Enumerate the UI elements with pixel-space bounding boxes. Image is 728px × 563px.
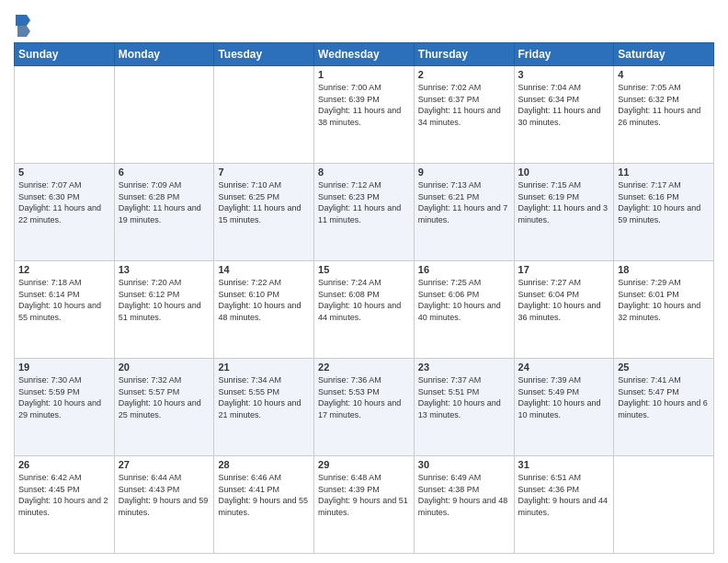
day-info: Sunrise: 7:24 AMSunset: 6:08 PMDaylight:… (318, 277, 410, 323)
day-number: 31 (518, 459, 610, 470)
calendar-cell: 28Sunrise: 6:46 AMSunset: 4:41 PMDayligh… (214, 456, 314, 554)
calendar-cell: 6Sunrise: 7:09 AMSunset: 6:28 PMDaylight… (114, 164, 214, 261)
day-number: 3 (518, 69, 610, 80)
col-header-friday: Friday (514, 43, 614, 66)
calendar-week-1: 1Sunrise: 7:00 AMSunset: 6:39 PMDaylight… (15, 66, 714, 164)
day-info: Sunrise: 7:37 AMSunset: 5:51 PMDaylight:… (418, 374, 510, 420)
day-info: Sunrise: 6:42 AMSunset: 4:45 PMDaylight:… (18, 472, 110, 518)
day-info: Sunrise: 7:30 AMSunset: 5:59 PMDaylight:… (18, 374, 110, 420)
calendar-week-5: 26Sunrise: 6:42 AMSunset: 4:45 PMDayligh… (15, 456, 714, 554)
page: SundayMondayTuesdayWednesdayThursdayFrid… (0, 0, 728, 563)
day-info: Sunrise: 7:04 AMSunset: 6:34 PMDaylight:… (518, 82, 610, 128)
calendar-cell: 1Sunrise: 7:00 AMSunset: 6:39 PMDaylight… (314, 66, 415, 164)
calendar-cell (214, 66, 314, 164)
day-info: Sunrise: 7:29 AMSunset: 6:01 PMDaylight:… (618, 277, 710, 323)
day-number: 28 (218, 459, 310, 470)
calendar-cell: 14Sunrise: 7:22 AMSunset: 6:10 PMDayligh… (214, 261, 314, 359)
calendar-cell: 31Sunrise: 6:51 AMSunset: 4:36 PMDayligh… (514, 456, 614, 554)
day-info: Sunrise: 7:10 AMSunset: 6:25 PMDaylight:… (218, 179, 310, 225)
day-number: 5 (18, 167, 110, 178)
logo-icon (14, 13, 32, 37)
svg-marker-0 (16, 15, 30, 26)
calendar-cell: 21Sunrise: 7:34 AMSunset: 5:55 PMDayligh… (214, 359, 314, 456)
day-info: Sunrise: 7:07 AMSunset: 6:30 PMDaylight:… (18, 179, 110, 225)
day-info: Sunrise: 7:32 AMSunset: 5:57 PMDaylight:… (119, 374, 210, 420)
day-info: Sunrise: 7:02 AMSunset: 6:37 PMDaylight:… (418, 82, 510, 128)
calendar-cell: 2Sunrise: 7:02 AMSunset: 6:37 PMDaylight… (414, 66, 514, 164)
calendar-cell: 8Sunrise: 7:12 AMSunset: 6:23 PMDaylight… (314, 164, 415, 261)
day-number: 11 (618, 167, 710, 178)
calendar-cell: 20Sunrise: 7:32 AMSunset: 5:57 PMDayligh… (114, 359, 214, 456)
calendar-week-2: 5Sunrise: 7:07 AMSunset: 6:30 PMDaylight… (15, 164, 714, 261)
day-info: Sunrise: 7:39 AMSunset: 5:49 PMDaylight:… (518, 374, 610, 420)
calendar-cell: 5Sunrise: 7:07 AMSunset: 6:30 PMDaylight… (15, 164, 115, 261)
calendar-cell: 13Sunrise: 7:20 AMSunset: 6:12 PMDayligh… (114, 261, 214, 359)
day-number: 20 (119, 362, 210, 373)
day-number: 22 (318, 362, 410, 373)
calendar-cell (614, 456, 714, 554)
day-info: Sunrise: 7:20 AMSunset: 6:12 PMDaylight:… (119, 277, 210, 323)
calendar-cell: 9Sunrise: 7:13 AMSunset: 6:21 PMDaylight… (414, 164, 514, 261)
day-number: 9 (418, 167, 510, 178)
day-number: 10 (518, 167, 610, 178)
day-number: 6 (119, 167, 210, 178)
day-info: Sunrise: 7:15 AMSunset: 6:19 PMDaylight:… (518, 179, 610, 225)
col-header-wednesday: Wednesday (314, 43, 415, 66)
day-info: Sunrise: 7:41 AMSunset: 5:47 PMDaylight:… (618, 374, 710, 420)
day-number: 14 (218, 264, 310, 275)
col-header-thursday: Thursday (414, 43, 514, 66)
calendar-cell: 27Sunrise: 6:44 AMSunset: 4:43 PMDayligh… (114, 456, 214, 554)
calendar-week-3: 12Sunrise: 7:18 AMSunset: 6:14 PMDayligh… (15, 261, 714, 359)
day-number: 24 (518, 362, 610, 373)
calendar-cell: 3Sunrise: 7:04 AMSunset: 6:34 PMDaylight… (514, 66, 614, 164)
calendar-cell: 30Sunrise: 6:49 AMSunset: 4:38 PMDayligh… (414, 456, 514, 554)
day-info: Sunrise: 6:44 AMSunset: 4:43 PMDaylight:… (119, 472, 210, 518)
day-info: Sunrise: 6:51 AMSunset: 4:36 PMDaylight:… (518, 472, 610, 518)
day-number: 1 (318, 69, 410, 80)
calendar-cell: 17Sunrise: 7:27 AMSunset: 6:04 PMDayligh… (514, 261, 614, 359)
calendar-week-4: 19Sunrise: 7:30 AMSunset: 5:59 PMDayligh… (15, 359, 714, 456)
day-info: Sunrise: 7:34 AMSunset: 5:55 PMDaylight:… (218, 374, 310, 420)
calendar-cell: 7Sunrise: 7:10 AMSunset: 6:25 PMDaylight… (214, 164, 314, 261)
day-number: 17 (518, 264, 610, 275)
day-number: 2 (418, 69, 510, 80)
calendar-cell: 15Sunrise: 7:24 AMSunset: 6:08 PMDayligh… (314, 261, 415, 359)
day-number: 26 (18, 459, 110, 470)
calendar-cell: 12Sunrise: 7:18 AMSunset: 6:14 PMDayligh… (15, 261, 115, 359)
day-number: 27 (119, 459, 210, 470)
day-number: 25 (618, 362, 710, 373)
header (14, 9, 714, 37)
day-number: 12 (18, 264, 110, 275)
day-number: 7 (218, 167, 310, 178)
day-number: 8 (318, 167, 410, 178)
calendar-cell: 11Sunrise: 7:17 AMSunset: 6:16 PMDayligh… (614, 164, 714, 261)
day-info: Sunrise: 7:18 AMSunset: 6:14 PMDaylight:… (18, 277, 110, 323)
day-number: 4 (618, 69, 710, 80)
calendar-cell: 24Sunrise: 7:39 AMSunset: 5:49 PMDayligh… (514, 359, 614, 456)
day-info: Sunrise: 6:49 AMSunset: 4:38 PMDaylight:… (418, 472, 510, 518)
calendar-cell: 19Sunrise: 7:30 AMSunset: 5:59 PMDayligh… (15, 359, 115, 456)
day-number: 23 (418, 362, 510, 373)
calendar-cell: 26Sunrise: 6:42 AMSunset: 4:45 PMDayligh… (15, 456, 115, 554)
day-number: 19 (18, 362, 110, 373)
day-info: Sunrise: 7:12 AMSunset: 6:23 PMDaylight:… (318, 179, 410, 225)
day-number: 16 (418, 264, 510, 275)
calendar-cell: 18Sunrise: 7:29 AMSunset: 6:01 PMDayligh… (614, 261, 714, 359)
day-number: 13 (119, 264, 210, 275)
day-number: 21 (218, 362, 310, 373)
col-header-monday: Monday (114, 43, 214, 66)
calendar-cell (15, 66, 115, 164)
day-info: Sunrise: 7:25 AMSunset: 6:06 PMDaylight:… (418, 277, 510, 323)
calendar-cell: 22Sunrise: 7:36 AMSunset: 5:53 PMDayligh… (314, 359, 415, 456)
day-info: Sunrise: 7:05 AMSunset: 6:32 PMDaylight:… (618, 82, 710, 128)
day-number: 15 (318, 264, 410, 275)
day-info: Sunrise: 6:48 AMSunset: 4:39 PMDaylight:… (318, 472, 410, 518)
col-header-saturday: Saturday (614, 43, 714, 66)
calendar-cell: 23Sunrise: 7:37 AMSunset: 5:51 PMDayligh… (414, 359, 514, 456)
svg-marker-1 (17, 26, 30, 37)
calendar-table: SundayMondayTuesdayWednesdayThursdayFrid… (14, 42, 714, 554)
col-header-tuesday: Tuesday (214, 43, 314, 66)
col-header-sunday: Sunday (15, 43, 115, 66)
calendar-cell (114, 66, 214, 164)
day-number: 29 (318, 459, 410, 470)
